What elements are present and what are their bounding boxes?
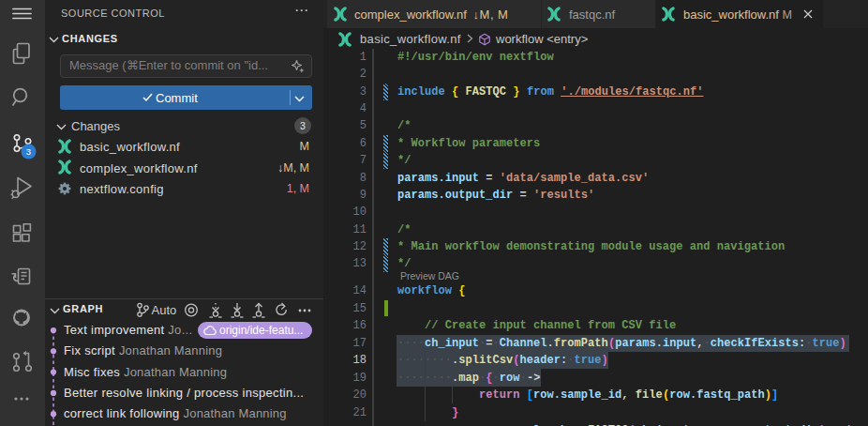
svg-text:3: 3 <box>26 146 31 157</box>
